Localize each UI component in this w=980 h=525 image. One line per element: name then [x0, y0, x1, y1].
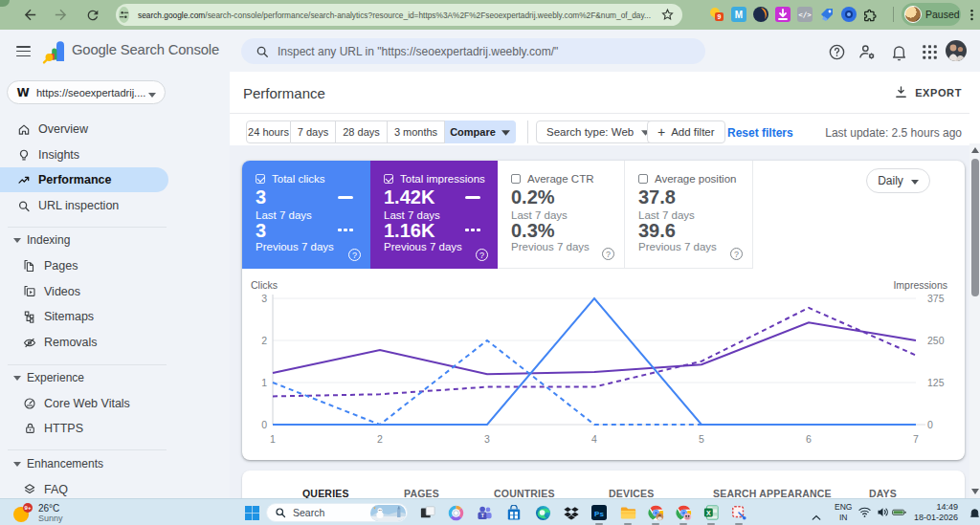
chevron-down-icon — [501, 126, 510, 138]
url-inspect-searchbar[interactable]: Inspect any URL in "https://seoexpertadr… — [241, 38, 705, 64]
taskbar-icon-copilot[interactable] — [446, 503, 465, 522]
metric-card-average-ctr[interactable]: Average CTR 0.2% Last 7 days 0.3% Previo… — [498, 161, 625, 269]
moz-icon[interactable] — [753, 7, 768, 22]
sidebar-section-experience[interactable]: Experience — [0, 366, 168, 389]
help-circle-icon[interactable]: ? — [602, 248, 614, 260]
help-circle-icon[interactable]: ? — [348, 249, 361, 261]
metric-value-previous: 0.3% — [511, 220, 555, 242]
performance-icon — [17, 173, 31, 186]
code-icon[interactable]: </> — [797, 7, 813, 22]
taskbar-icon-store[interactable] — [504, 503, 523, 522]
bookmark-star-icon[interactable] — [660, 8, 675, 26]
line-chart: ClicksImpressions012301252503751234567 — [242, 269, 965, 460]
taskbar-icon-start[interactable] — [242, 503, 261, 522]
sidebar-item-core-web-vitals[interactable]: Core Web Vitals — [0, 391, 168, 416]
sidebar-item-videos[interactable]: Videos — [0, 279, 168, 304]
taskbar-icon-excel[interactable]: X — [702, 503, 721, 522]
profile-paused-pill[interactable]: Paused — [902, 3, 961, 26]
account-avatar[interactable] — [946, 40, 967, 61]
sidebar-item-overview[interactable]: Overview — [0, 117, 168, 142]
svg-text:X: X — [706, 510, 711, 517]
help-icon[interactable] — [827, 42, 846, 61]
reset-filters-link[interactable]: Reset filters — [727, 126, 793, 140]
search-type-button[interactable]: Search type: Web — [536, 120, 660, 143]
help-circle-icon[interactable]: ? — [476, 249, 488, 261]
dashed-line-legend — [465, 229, 480, 231]
taskbar-icon-folder[interactable] — [618, 503, 637, 522]
tray-notification-icon[interactable] — [969, 506, 980, 523]
taskbar-icon-taskview[interactable] — [418, 503, 437, 522]
tag-icon[interactable] — [819, 7, 835, 22]
metric-value-previous: 39.6 — [638, 220, 676, 242]
downloader-icon[interactable] — [775, 7, 791, 22]
metric-card-average-position[interactable]: Average position 37.8 Last 7 days 39.6 P… — [625, 161, 753, 269]
browser-menu-icon[interactable] — [965, 7, 979, 27]
unchecked-checkbox[interactable] — [638, 174, 648, 184]
battery-icon[interactable] — [892, 505, 907, 520]
date-range-7-days[interactable]: 7 days — [291, 120, 336, 143]
sidebar-item-https[interactable]: HTTPS — [0, 416, 168, 441]
address-bar[interactable]: search.google.com/search-console/perform… — [116, 4, 682, 26]
scrollbar-up-arrow[interactable] — [971, 147, 979, 153]
taskbar-icon-dropbox[interactable] — [562, 503, 581, 522]
taskbar-search[interactable]: Search — [266, 503, 408, 522]
export-button[interactable]: EXPORT — [894, 85, 962, 99]
sidebar-item-insights[interactable]: Insights — [0, 142, 168, 167]
clock[interactable]: 14:4918-01-2026 — [910, 502, 958, 523]
scrollbar-thumb[interactable] — [971, 159, 979, 296]
wifi-icon[interactable] — [858, 505, 873, 520]
date-range-3-months[interactable]: 3 months — [388, 120, 445, 143]
taskbar-icon-chrome1[interactable] — [646, 503, 665, 522]
unchecked-checkbox[interactable] — [511, 174, 521, 184]
sidebar-item-removals[interactable]: Removals — [0, 330, 168, 355]
taskbar-icon-teams[interactable]: T — [475, 503, 494, 522]
page-scrollbar[interactable] — [969, 143, 980, 498]
plus-icon: + — [657, 124, 665, 140]
mail-icon[interactable]: M — [731, 7, 746, 22]
sidebar-item-pages[interactable]: Pages — [0, 253, 168, 278]
keyword-tool-icon[interactable]: 9 — [709, 7, 724, 22]
checked-checkbox[interactable] — [384, 174, 393, 184]
weather-temp: 26°C — [38, 503, 63, 514]
apps-grid-icon[interactable] — [920, 42, 939, 61]
menu-hamburger-icon[interactable] — [16, 46, 31, 56]
site-settings-icon[interactable] — [119, 7, 129, 23]
search-console-logo[interactable] — [40, 38, 67, 69]
reload-icon[interactable] — [82, 5, 102, 25]
sidebar-section-indexing[interactable]: Indexing — [0, 229, 168, 252]
forward-icon[interactable] — [51, 5, 71, 25]
metric-card-total-clicks[interactable]: Total clicks 3 Last 7 days 3 Previous 7 … — [242, 161, 370, 269]
add-filter-button[interactable]: + Add filter — [647, 120, 725, 143]
language-indicator[interactable]: ENGIN — [835, 502, 852, 522]
left-axis-tick: 3 — [242, 293, 267, 304]
url-text: search.google.com/search-console/perform… — [138, 11, 651, 20]
sidebar-section-enhancements[interactable]: Enhancements — [0, 452, 168, 475]
x-axis-tick: 7 — [908, 433, 924, 445]
notifications-bell-icon[interactable] — [889, 42, 908, 61]
camera-icon[interactable] — [841, 7, 857, 22]
tray-chevron-icon[interactable] — [812, 508, 821, 525]
taskbar-icon-edge[interactable] — [533, 503, 552, 522]
taskbar-icon-photoshop[interactable]: Ps — [590, 503, 609, 522]
checked-checkbox[interactable] — [256, 174, 265, 184]
back-icon[interactable] — [20, 5, 40, 25]
sidebar-item-url-inspection[interactable]: URL inspection — [0, 193, 168, 218]
scrollbar-down-arrow[interactable] — [971, 489, 979, 494]
weather-widget[interactable]: 9+ 26°C Sunny — [13, 500, 63, 525]
chart-canvas — [242, 269, 965, 460]
taskbar-icon-snip[interactable] — [729, 503, 748, 522]
user-settings-icon[interactable] — [858, 42, 877, 61]
sidebar-item-sitemaps[interactable]: Sitemaps — [0, 304, 168, 329]
granularity-daily-button[interactable]: Daily — [866, 168, 930, 193]
toolbar-separator — [893, 7, 894, 22]
sidebar-item-performance[interactable]: Performance — [0, 167, 168, 192]
taskbar-icon-chrome2[interactable] — [674, 503, 693, 522]
volume-icon[interactable] — [876, 505, 891, 520]
compare-button[interactable]: Compare — [445, 120, 516, 143]
property-selector[interactable]: W https://seoexpertadrij.... — [7, 80, 166, 104]
help-circle-icon[interactable]: ? — [730, 248, 743, 260]
date-range-24-hours[interactable]: 24 hours — [246, 120, 291, 143]
date-range-28-days[interactable]: 28 days — [336, 120, 388, 143]
metric-card-total-impressions[interactable]: Total impressions 1.42K Last 7 days 1.16… — [370, 161, 498, 269]
extensions-puzzle-icon[interactable] — [859, 6, 880, 26]
